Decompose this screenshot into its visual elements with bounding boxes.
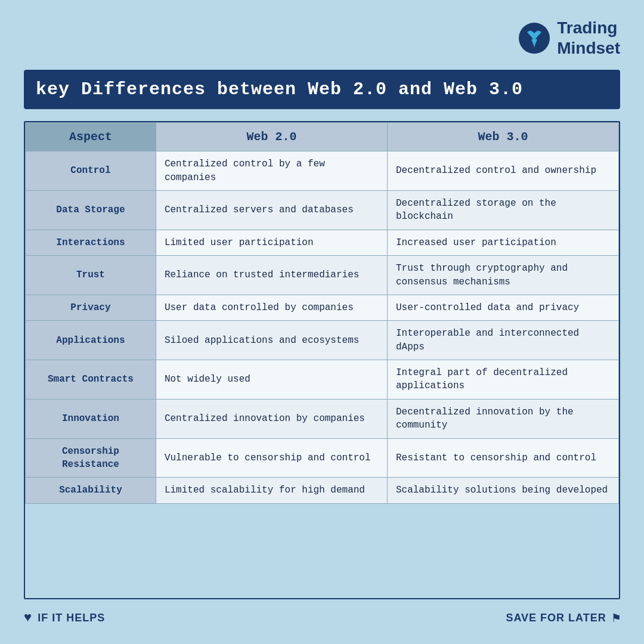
header: Trading Mindset xyxy=(24,18,620,58)
table-body: ControlCentralized control by a few comp… xyxy=(26,151,619,504)
cell-aspect: Interactions xyxy=(26,230,156,255)
cell-web2: User data controlled by companies xyxy=(156,295,387,320)
col-header-web2: Web 2.0 xyxy=(156,123,387,151)
bookmark-icon: ⚑ xyxy=(612,610,620,626)
cell-web2: Siloed applications and ecosystems xyxy=(156,321,387,360)
cell-web3: Increased user participation xyxy=(387,230,618,255)
cell-aspect: Scalability xyxy=(26,478,156,503)
col-header-aspect: Aspect xyxy=(26,123,156,151)
table-header-row: Aspect Web 2.0 Web 3.0 xyxy=(26,123,619,151)
logo-area: Trading Mindset xyxy=(519,18,620,58)
trading-mindset-logo-icon xyxy=(519,23,550,54)
cell-web3: User-controlled data and privacy xyxy=(387,295,618,320)
logo-trading: Trading xyxy=(557,18,620,38)
footer-left-label: IF IT HELPS xyxy=(38,612,105,624)
cell-aspect: Censorship Resistance xyxy=(26,438,156,478)
footer-right: SAVE FOR LATER ⚑ xyxy=(506,610,620,626)
cell-web3: Decentralized control and ownership xyxy=(387,151,618,191)
page-title: key Differences between Web 2.0 and Web … xyxy=(36,79,608,100)
cell-web2: Centralized servers and databases xyxy=(156,190,387,230)
page-container: Trading Mindset key Differences between … xyxy=(0,0,644,644)
table-row: Censorship ResistanceVulnerable to censo… xyxy=(26,438,619,478)
cell-aspect: Privacy xyxy=(26,295,156,320)
table-row: PrivacyUser data controlled by companies… xyxy=(26,295,619,320)
comparison-table: Aspect Web 2.0 Web 3.0 ControlCentralize… xyxy=(25,122,619,504)
cell-aspect: Control xyxy=(26,151,156,191)
cell-web2: Centralized innovation by companies xyxy=(156,399,387,438)
logo-mindset: Mindset xyxy=(557,38,620,58)
cell-web2: Limited scalability for high demand xyxy=(156,478,387,503)
cell-web3: Integral part of decentralized applicati… xyxy=(387,360,618,400)
cell-aspect: Applications xyxy=(26,321,156,360)
table-row: Data StorageCentralized servers and data… xyxy=(26,190,619,230)
col-header-web3: Web 3.0 xyxy=(387,123,618,151)
cell-web2: Limited user participation xyxy=(156,230,387,255)
comparison-table-wrapper: Aspect Web 2.0 Web 3.0 ControlCentralize… xyxy=(24,121,620,599)
cell-aspect: Innovation xyxy=(26,399,156,438)
cell-web2: Centralized control by a few companies xyxy=(156,151,387,191)
cell-web3: Decentralized storage on the blockchain xyxy=(387,190,618,230)
table-row: ApplicationsSiloed applications and ecos… xyxy=(26,321,619,360)
cell-web3: Decentralized innovation by the communit… xyxy=(387,399,618,438)
table-row: InnovationCentralized innovation by comp… xyxy=(26,399,619,438)
heart-icon: ♥ xyxy=(24,611,32,626)
footer-right-label: SAVE FOR LATER xyxy=(506,612,606,624)
cell-aspect: Trust xyxy=(26,256,156,295)
table-row: ControlCentralized control by a few comp… xyxy=(26,151,619,191)
cell-web3: Interoperable and interconnected dApps xyxy=(387,321,618,360)
cell-aspect: Smart Contracts xyxy=(26,360,156,400)
table-row: InteractionsLimited user participationIn… xyxy=(26,230,619,255)
cell-web2: Not widely used xyxy=(156,360,387,400)
cell-web3: Resistant to censorship and control xyxy=(387,438,618,478)
table-row: TrustReliance on trusted intermediariesT… xyxy=(26,256,619,295)
cell-aspect: Data Storage xyxy=(26,190,156,230)
logo-text: Trading Mindset xyxy=(557,18,620,58)
cell-web2: Reliance on trusted intermediaries xyxy=(156,256,387,295)
title-banner: key Differences between Web 2.0 and Web … xyxy=(24,70,620,109)
cell-web3: Trust through cryptography and consensus… xyxy=(387,256,618,295)
cell-web3: Scalability solutions being developed xyxy=(387,478,618,503)
table-row: Smart ContractsNot widely usedIntegral p… xyxy=(26,360,619,400)
table-row: ScalabilityLimited scalability for high … xyxy=(26,478,619,503)
footer-left: ♥ IF IT HELPS xyxy=(24,611,105,626)
cell-web2: Vulnerable to censorship and control xyxy=(156,438,387,478)
footer: ♥ IF IT HELPS SAVE FOR LATER ⚑ xyxy=(24,599,620,626)
